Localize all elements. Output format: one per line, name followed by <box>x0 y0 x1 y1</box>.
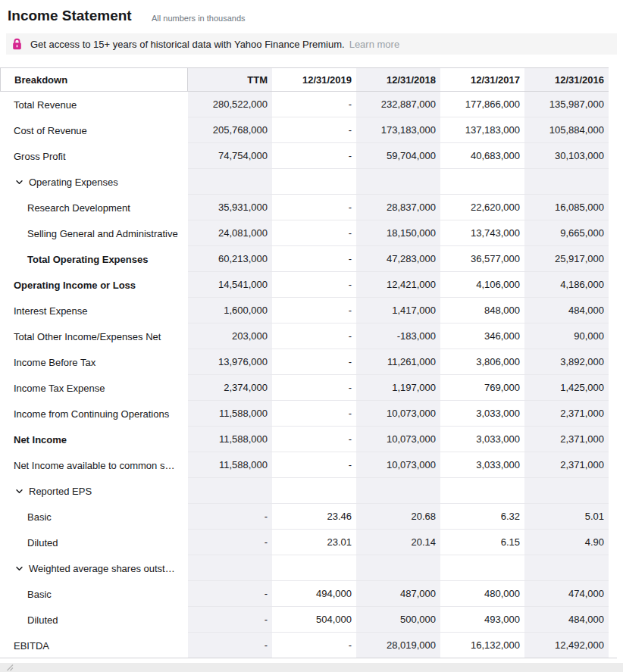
value-cell: 12,492,000 <box>524 633 609 658</box>
row-label-text: Diluted <box>27 614 58 626</box>
row-label-text: Income Before Tax <box>14 357 95 368</box>
value-cell: 9,665,000 <box>524 220 609 246</box>
row-label: Basic <box>0 504 188 530</box>
value-cell <box>272 478 356 504</box>
row-label: Net Income available to common s… <box>0 452 188 478</box>
learn-more-link[interactable]: Learn more <box>349 39 399 50</box>
row-label-text: Cost of Revenue <box>14 125 87 136</box>
value-cell: 10,073,000 <box>356 427 440 452</box>
value-cell: - <box>272 117 356 143</box>
table-row: Interest Expense1,600,000-1,417,000848,0… <box>0 298 609 323</box>
row-label: EBITDA <box>0 633 188 658</box>
value-cell: 474,000 <box>524 581 609 607</box>
value-cell: 14,541,000 <box>188 272 272 298</box>
value-cell: 480,000 <box>440 581 524 607</box>
value-cell: 3,033,000 <box>440 427 524 452</box>
value-cell: 10,073,000 <box>356 401 440 427</box>
value-cell: 28,019,000 <box>356 633 440 658</box>
value-cell: - <box>272 349 356 375</box>
value-cell: 2,371,000 <box>524 452 609 478</box>
table-row: Total Other Income/Expenses Net203,000--… <box>0 323 609 349</box>
chevron-down-icon[interactable] <box>15 487 23 495</box>
value-cell: 6.32 <box>440 504 524 530</box>
column-header-ttm: TTM <box>188 68 272 91</box>
value-cell <box>524 478 609 504</box>
value-cell: 203,000 <box>188 323 272 349</box>
row-label-text: Operating Income or Loss <box>14 280 136 291</box>
value-cell: 494,000 <box>272 581 356 607</box>
row-label-text: Basic <box>27 589 52 600</box>
resize-grip-icon <box>6 664 14 671</box>
value-cell <box>272 169 356 195</box>
value-cell: 11,261,000 <box>356 349 440 375</box>
value-cell: 2,371,000 <box>524 427 609 452</box>
value-cell: 47,283,000 <box>356 246 440 272</box>
row-label: Total Revenue <box>0 92 188 117</box>
chevron-down-icon[interactable] <box>15 178 23 186</box>
value-cell: 5.01 <box>524 504 609 530</box>
value-cell: - <box>272 427 356 452</box>
row-label: Net Income <box>0 427 188 452</box>
value-cell <box>524 169 609 195</box>
value-cell: 25,917,000 <box>524 246 609 272</box>
value-cell: 769,000 <box>440 375 524 401</box>
table-row: Income Tax Expense2,374,000-1,197,000769… <box>0 375 609 401</box>
row-label-text: Gross Profit <box>14 151 66 162</box>
value-cell: 280,522,000 <box>188 92 272 117</box>
row-label-text: Net Income <box>14 434 67 445</box>
row-label-text: Reported EPS <box>29 486 92 497</box>
value-cell: 36,577,000 <box>440 246 524 272</box>
value-cell: -183,000 <box>356 323 440 349</box>
value-cell: - <box>272 323 356 349</box>
page-title: Income Statement <box>8 7 132 25</box>
value-cell: 484,000 <box>524 298 609 323</box>
column-header-2019: 12/31/2019 <box>272 68 356 91</box>
table-row: Selling General and Administrative24,081… <box>0 220 609 246</box>
value-cell: 1,600,000 <box>188 298 272 323</box>
value-cell: 504,000 <box>272 607 356 633</box>
value-cell: 177,866,000 <box>440 92 524 117</box>
row-label[interactable]: Weighted average shares outst… <box>0 555 188 581</box>
row-label[interactable]: Operating Expenses <box>0 169 188 195</box>
row-label: Total Operating Expenses <box>0 246 188 272</box>
value-cell: 23.01 <box>272 530 356 555</box>
value-cell: - <box>272 272 356 298</box>
value-cell: - <box>272 375 356 401</box>
table-row: Research Development35,931,000-28,837,00… <box>0 195 609 220</box>
value-cell: 20.14 <box>356 530 440 555</box>
row-label[interactable]: Reported EPS <box>0 478 188 504</box>
value-cell: 1,417,000 <box>356 298 440 323</box>
table-row: Income from Continuing Operations11,588,… <box>0 401 609 427</box>
table-row: Total Operating Expenses60,213,000-47,28… <box>0 246 609 272</box>
row-label-text: Interest Expense <box>14 305 88 317</box>
premium-banner: Get access to 15+ years of historical da… <box>6 33 617 55</box>
value-cell: - <box>188 530 272 555</box>
value-cell: 90,000 <box>524 323 609 349</box>
row-label: Total Other Income/Expenses Net <box>0 323 188 349</box>
value-cell: 11,588,000 <box>188 401 272 427</box>
value-cell: - <box>272 220 356 246</box>
value-cell <box>356 169 440 195</box>
value-cell: 2,374,000 <box>188 375 272 401</box>
chevron-down-icon[interactable] <box>15 564 23 573</box>
row-label-text: Net Income available to common s… <box>14 460 174 471</box>
value-cell: 40,683,000 <box>440 143 524 169</box>
value-cell <box>524 555 609 581</box>
horizontal-scrollbar[interactable] <box>0 663 623 672</box>
row-label-text: Research Development <box>27 202 130 214</box>
column-header-breakdown: Breakdown <box>0 68 188 91</box>
value-cell: 1,425,000 <box>524 375 609 401</box>
row-label: Diluted <box>0 530 188 555</box>
value-cell: 23.46 <box>272 504 356 530</box>
table-row: Diluted-23.0120.146.154.90 <box>0 530 609 555</box>
value-cell: 493,000 <box>440 607 524 633</box>
value-cell <box>188 555 272 581</box>
value-cell: 12,421,000 <box>356 272 440 298</box>
income-statement-table: Breakdown TTM 12/31/2019 12/31/2018 12/3… <box>0 67 609 658</box>
value-cell: 105,884,000 <box>524 117 609 143</box>
value-cell: 3,806,000 <box>440 349 524 375</box>
row-label: Income Before Tax <box>0 349 188 375</box>
row-label: Diluted <box>0 607 188 633</box>
table-row: Income Before Tax13,976,000-11,261,0003,… <box>0 349 609 375</box>
value-cell: - <box>188 607 272 633</box>
